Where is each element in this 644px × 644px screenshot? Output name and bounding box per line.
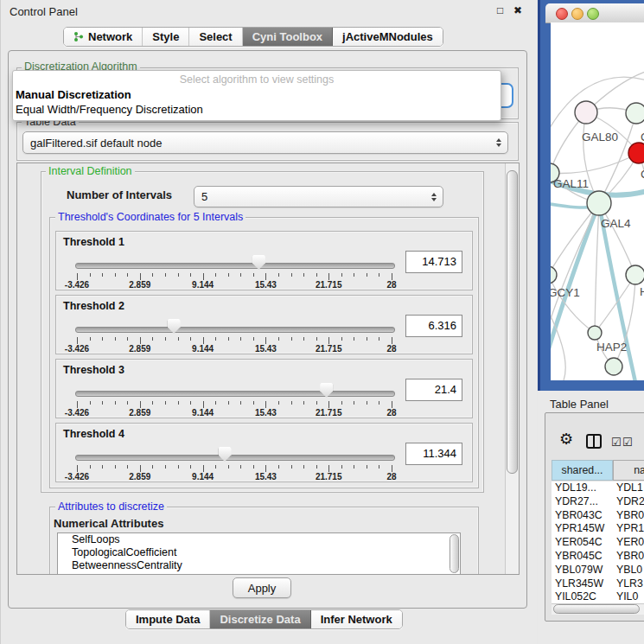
top-right-node[interactable] [626,103,644,124]
tab-cyni-toolbox[interactable]: Cyni Toolbox [243,28,333,46]
cell-name[interactable]: YPR1 [613,522,644,536]
cell-shared-name[interactable]: YDR27... [552,495,613,509]
slider-tick [253,401,254,405]
slider-track[interactable] [75,327,395,333]
tab-style[interactable]: Style [143,28,189,46]
table-row[interactable]: YER054CYER0 [552,536,644,550]
threshold-label: Threshold 1 [63,236,124,248]
threshold-value-field[interactable]: 21.4 [405,379,462,401]
table-row[interactable]: YPR145WYPR1 [552,522,644,536]
slider-tick [316,465,317,469]
cell-name[interactable]: YDR2 [613,495,644,509]
threshold-value-field[interactable]: 6.316 [405,315,462,337]
red-node[interactable] [628,143,644,163]
main-scrollbar-thumb[interactable] [507,170,518,474]
tab-label: Network [88,30,132,43]
slider-tick [303,273,304,277]
bottom-node[interactable] [605,358,622,375]
slider-tick [240,401,241,405]
slider-tick-label: 2.859 [116,472,164,481]
minimize-traffic-light[interactable] [571,8,583,20]
slider-tick [240,337,241,341]
table-data-combo[interactable]: galFiltered.sif default node [22,131,508,154]
slider-tick [165,337,166,341]
top-tab-bar: Network Style Select Cyni Toolbox jActiv… [63,27,443,47]
cell-shared-name[interactable]: YBR043C [552,509,613,523]
slider-tick [303,337,304,341]
table-data-combo-value: galFiltered.sif default node [30,137,162,150]
cell-name[interactable]: YDL1 [613,481,643,495]
attribute-list-item[interactable]: BetweennessCentrality [58,559,460,572]
cell-name[interactable]: YER0 [613,536,644,550]
column-header-name[interactable]: na [613,460,644,481]
column-header-shared-name[interactable]: shared... [552,460,613,481]
apply-button[interactable]: Apply [233,577,291,598]
slider-tick [316,337,317,341]
float-window-icon[interactable]: □ [497,4,503,16]
tab-impute-data[interactable]: Impute Data [126,610,210,628]
close-icon[interactable]: ✖ [513,4,522,16]
tab-discretize-data[interactable]: Discretize Data [210,610,310,628]
table-row[interactable]: YDL19...YDL1 [552,481,644,495]
cell-shared-name[interactable]: YBL079W [552,564,613,577]
network-window-titlebar[interactable] [545,3,644,23]
column-layout-icon[interactable] [586,434,602,449]
checkbox-icon[interactable]: ☑ [611,437,622,448]
tab-select[interactable]: Select [189,28,242,46]
zoom-traffic-light[interactable] [587,8,599,20]
slider-tick [278,465,279,469]
cell-shared-name[interactable]: YDL19... [552,481,613,495]
table-row[interactable]: YIL052CYIL0 [552,590,644,603]
gal4-node[interactable] [587,191,611,215]
close-traffic-light[interactable] [556,8,568,20]
cell-name[interactable]: YBR0 [613,509,644,523]
slider-tick [265,401,266,408]
threshold-value-field[interactable]: 11.344 [405,443,462,465]
algorithm-dropdown-popup: Select algorithm to view settings Manual… [12,70,501,121]
gal80-node[interactable] [575,101,597,124]
cell-shared-name[interactable]: YIL052C [552,590,613,603]
cell-shared-name[interactable]: YPR145W [552,522,613,536]
slider-tick-label: 15.43 [241,472,290,481]
cell-name[interactable]: YLR3 [613,577,643,591]
combo-stepper-icon [431,193,437,201]
tab-network[interactable]: Network [64,28,143,46]
attributes-list-scrollbar[interactable] [450,534,459,573]
slider-tick [178,465,179,469]
network-view-window[interactable]: GAL80GAGAL11CGAL4GCY1HHAP2 [538,0,644,391]
checkbox-icon[interactable]: ☑ [622,437,633,448]
cell-shared-name[interactable]: YBR045C [552,550,613,564]
table-row[interactable]: YDR27...YDR2 [552,495,644,509]
scroll-viewport: Interval Definition Number of Intervals … [16,163,520,575]
threshold-value-field[interactable]: 14.713 [405,251,462,273]
cell-name[interactable]: YBR0 [613,550,644,564]
cell-shared-name[interactable]: YER054C [552,536,613,550]
slider-track[interactable] [75,391,395,397]
slider-track[interactable] [75,455,395,461]
intervals-combo[interactable]: 5 [194,186,443,207]
cell-name[interactable]: YIL0 [613,590,638,603]
cell-shared-name[interactable]: YLR345W [552,577,613,591]
hap2-node[interactable] [588,326,602,340]
tab-infer-network[interactable]: Infer Network [311,610,402,628]
attribute-list-item[interactable]: SelfLoops [58,533,460,546]
gcy1-node[interactable] [551,266,557,284]
attribute-list-item[interactable]: TopologicalCoefficient [58,546,460,559]
network-edge[interactable] [595,203,599,333]
table-hscrollbar-thumb[interactable] [553,604,640,614]
table-row[interactable]: YBL079WYBL0 [552,564,644,577]
table-row[interactable]: YBR045CYBR0 [552,550,644,564]
dropdown-item-manual[interactable]: Manual Discretization [16,88,131,101]
gear-icon[interactable]: ⚙ [559,431,573,447]
cell-name[interactable]: YBL0 [613,564,642,577]
slider-tick [379,337,379,341]
table-row[interactable]: YBR043CYBR0 [552,509,644,523]
tab-jactivemnodules[interactable]: jActiveMNodules [333,28,443,46]
slider-tick [77,337,78,344]
network-canvas[interactable]: GAL80GAGAL11CGAL4GCY1HHAP2 [551,22,644,380]
slider-track[interactable] [75,263,395,269]
network-edge[interactable] [551,153,639,174]
dropdown-item-equal-width[interactable]: Equal Width/Frequency Discretization [16,103,203,116]
right-mid-node[interactable] [626,265,644,284]
table-row[interactable]: YLR345WYLR3 [552,577,644,591]
